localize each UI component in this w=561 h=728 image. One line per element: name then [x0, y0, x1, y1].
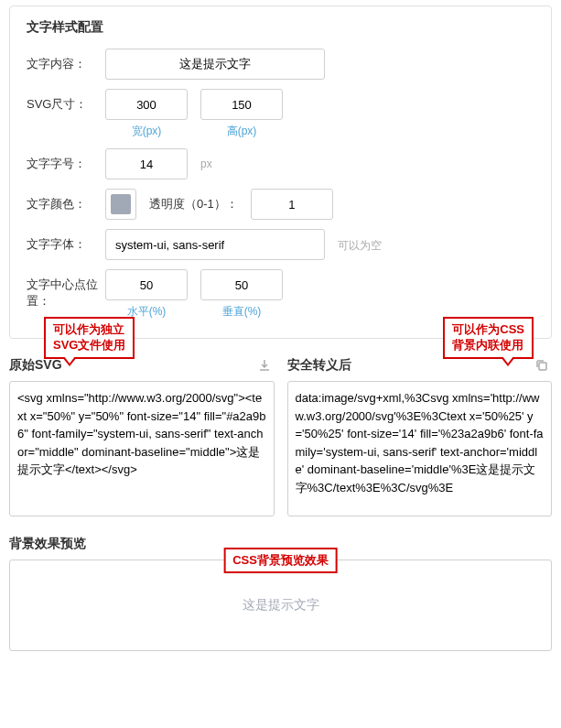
- escaped-output[interactable]: [287, 381, 553, 516]
- output-sections: 可以作为独立 SVG文件使用 原始SVG 可以作为CSS 背景内联使用 安全转义…: [9, 346, 552, 519]
- center-x-input[interactable]: [105, 269, 188, 300]
- row-font-family: 文字字体： 可以为空: [27, 229, 534, 260]
- width-input[interactable]: [105, 89, 188, 120]
- text-style-config-panel: 文字样式配置 文字内容： SVG尺寸： 宽(px) 高(px) 文字字号： px…: [9, 5, 552, 339]
- label-center: 文字中心点位置：: [27, 269, 105, 310]
- color-picker[interactable]: [105, 189, 136, 220]
- opacity-label: 透明度（0-1）：: [149, 189, 238, 212]
- label-content: 文字内容：: [27, 49, 105, 72]
- content-input[interactable]: [105, 49, 325, 80]
- row-content: 文字内容：: [27, 49, 534, 80]
- color-swatch-inner: [111, 194, 131, 214]
- download-icon[interactable]: [254, 355, 275, 375]
- center-y-hint: 垂直(%): [222, 304, 262, 320]
- panel-title: 文字样式配置: [27, 19, 534, 36]
- row-font-size: 文字字号： px: [27, 148, 534, 179]
- raw-svg-section: 可以作为独立 SVG文件使用 原始SVG: [9, 346, 275, 519]
- center-y-input[interactable]: [200, 269, 283, 300]
- raw-svg-title: 原始SVG: [9, 357, 62, 374]
- raw-svg-output[interactable]: [9, 381, 275, 516]
- raw-svg-callout: 可以作为独立 SVG文件使用: [44, 317, 135, 359]
- label-color: 文字颜色：: [27, 189, 105, 212]
- font-size-input[interactable]: [105, 148, 188, 179]
- height-hint: 高(px): [227, 124, 257, 139]
- height-input[interactable]: [200, 89, 283, 120]
- preview-callout: CSS背景预览效果: [223, 548, 338, 573]
- row-center: 文字中心点位置： 水平(%) 垂直(%): [27, 269, 534, 320]
- escaped-title: 安全转义后: [287, 357, 351, 374]
- svg-rect-0: [539, 363, 546, 370]
- opacity-input[interactable]: [251, 189, 333, 220]
- label-font-family: 文字字体：: [27, 229, 105, 253]
- font-size-unit: px: [200, 148, 212, 170]
- copy-icon[interactable]: [532, 355, 552, 375]
- row-color: 文字颜色： 透明度（0-1）：: [27, 189, 534, 220]
- preview-text: 这是提示文字: [243, 597, 319, 614]
- row-svg-size: SVG尺寸： 宽(px) 高(px): [27, 89, 534, 139]
- escaped-callout: 可以作为CSS 背景内联使用: [443, 317, 534, 359]
- label-font-size: 文字字号：: [27, 148, 105, 172]
- font-family-input[interactable]: [105, 229, 325, 260]
- label-svg-size: SVG尺寸：: [27, 89, 105, 113]
- font-family-hint: 可以为空: [338, 229, 382, 254]
- escaped-section: 可以作为CSS 背景内联使用 安全转义后: [287, 346, 553, 519]
- preview-box: CSS背景预览效果 这是提示文字: [9, 560, 552, 651]
- width-hint: 宽(px): [132, 124, 162, 139]
